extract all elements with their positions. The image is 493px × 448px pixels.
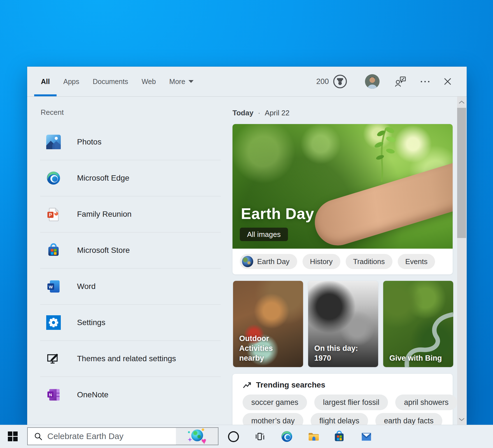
card-title: Outdoor Activities nearby <box>239 334 299 363</box>
today-separator: · <box>258 109 261 117</box>
mail-button[interactable] <box>360 430 373 443</box>
recent-item-onenote[interactable]: N OneNote <box>40 377 221 413</box>
taskbar: Celebrate Earth Day ♥ <box>0 425 493 448</box>
trending-chip-label: flight delays <box>319 417 359 425</box>
scrollbar[interactable] <box>457 97 466 425</box>
recent-item-label: Settings <box>77 318 105 327</box>
tab-apps[interactable]: Apps <box>57 67 86 96</box>
all-images-button[interactable]: All images <box>240 228 288 241</box>
user-avatar[interactable] <box>365 74 380 89</box>
earth-globe-icon <box>242 256 253 267</box>
more-options-button[interactable] <box>419 75 431 88</box>
store-icon <box>46 242 61 258</box>
file-explorer-button[interactable] <box>307 430 320 443</box>
trending-chip-april-showers[interactable]: april showers <box>395 395 457 410</box>
chip-earth-day[interactable]: Earth Day <box>240 254 297 269</box>
close-button[interactable] <box>443 75 452 88</box>
sparkle-icon <box>188 437 192 442</box>
card-title: Give with Bing <box>389 353 449 363</box>
trending-up-icon <box>243 381 252 389</box>
recent-item-label: Word <box>77 282 96 291</box>
mail-icon <box>360 430 373 443</box>
trending-title: Trending searches <box>256 381 325 389</box>
recent-item-label: OneNote <box>77 390 108 399</box>
tab-all[interactable]: All <box>34 67 57 96</box>
tab-more[interactable]: More <box>162 67 200 96</box>
earth-day-card: Earth Day All images Earth Day History T… <box>232 124 453 274</box>
trending-searches-card: Trending searches soccer games largest f… <box>232 374 453 425</box>
recent-item-microsoft-store[interactable]: Microsoft Store <box>40 232 221 269</box>
earth-day-hero-image[interactable]: Earth Day All images <box>232 124 453 249</box>
task-view-button[interactable] <box>253 430 266 443</box>
recent-item-label: Microsoft Store <box>77 246 130 255</box>
svg-text:P: P <box>49 212 52 217</box>
chip-history[interactable]: History <box>303 254 340 269</box>
themes-icon <box>46 351 61 367</box>
taskbar-store-button[interactable] <box>332 430 346 443</box>
taskbar-edge-button[interactable] <box>280 430 294 443</box>
trending-chip-flight-delays[interactable]: flight delays <box>311 413 368 425</box>
search-highlight-panel[interactable]: ♥ <box>176 428 218 445</box>
content-cards: Outdoor Activities nearby On this day: 1… <box>232 281 454 367</box>
chip-events[interactable]: Events <box>398 254 435 269</box>
recent-item-label: Themes and related settings <box>77 354 176 363</box>
edge-icon <box>280 430 293 443</box>
hero-title: Earth Day <box>241 205 314 223</box>
recent-item-settings[interactable]: Settings <box>40 305 221 341</box>
tab-documents-label: Documents <box>93 78 128 86</box>
svg-text:W: W <box>49 284 53 289</box>
tab-documents[interactable]: Documents <box>86 67 135 96</box>
taskbar-search-box[interactable]: Celebrate Earth Day ♥ <box>27 427 218 445</box>
recent-item-themes[interactable]: Themes and related settings <box>40 341 221 377</box>
trending-chip-label: mother’s day <box>251 417 295 425</box>
header-actions: 200 <box>316 67 452 96</box>
tab-web[interactable]: Web <box>135 67 162 96</box>
tab-apps-label: Apps <box>63 78 79 86</box>
search-header: All Apps Documents Web More <box>27 67 467 97</box>
recent-item-family-reunion[interactable]: P Family Reunion <box>40 196 221 232</box>
chip-label: Events <box>405 257 428 266</box>
recent-item-photos[interactable]: Photos <box>40 124 221 160</box>
card-outdoor-activities[interactable]: Outdoor Activities nearby <box>233 281 303 367</box>
recent-item-edge[interactable]: Microsoft Edge <box>40 160 221 196</box>
trending-row-2: mother’s day flight delays earth day fac… <box>243 413 442 425</box>
desktop: All Apps Documents Web More <box>0 0 493 448</box>
cortana-icon <box>228 431 239 442</box>
hero-sprout-art <box>358 125 406 183</box>
scrollbar-down-button[interactable] <box>457 414 466 425</box>
search-input-text: Celebrate Earth Day <box>47 431 124 441</box>
trending-chip-soccer-games[interactable]: soccer games <box>243 395 307 410</box>
card-on-this-day[interactable]: On this day: 1970 <box>308 281 378 367</box>
trending-chip-earth-day-facts[interactable]: earth day facts <box>375 413 442 425</box>
search-tabs: All Apps Documents Web More <box>34 67 200 96</box>
earth-day-emoji-icon: ♥ <box>188 428 206 444</box>
start-button[interactable] <box>8 431 18 442</box>
chevron-down-icon <box>459 418 465 421</box>
settings-gear-icon <box>46 315 61 330</box>
hero-chip-row: Earth Day History Traditions Events <box>232 249 453 274</box>
chevron-up-icon <box>459 101 465 104</box>
trending-chip-label: soccer games <box>251 398 298 407</box>
feedback-button[interactable] <box>394 75 407 88</box>
recent-item-word[interactable]: W Word <box>40 269 221 305</box>
recent-item-label: Family Reunion <box>77 210 132 219</box>
card-give-with-bing[interactable]: Give with Bing <box>383 281 453 367</box>
trending-chip-label: april showers <box>404 398 448 407</box>
powerpoint-document-icon: P <box>46 206 61 222</box>
cortana-button[interactable] <box>227 430 240 443</box>
chip-traditions[interactable]: Traditions <box>346 254 392 269</box>
chip-label: History <box>310 257 333 266</box>
today-label: Today <box>232 109 254 117</box>
edge-icon <box>46 170 61 186</box>
rewards-button[interactable]: 200 <box>316 74 347 89</box>
search-icon <box>34 432 42 440</box>
scrollbar-thumb[interactable] <box>457 108 466 238</box>
trending-chip-largest-flier-fossil[interactable]: largest flier fossil <box>314 395 388 410</box>
file-explorer-icon <box>307 430 320 443</box>
card-title: On this day: 1970 <box>314 344 374 363</box>
recent-section-title: Recent <box>41 108 64 117</box>
trending-chip-mothers-day[interactable]: mother’s day <box>243 413 303 425</box>
photos-icon <box>46 134 61 150</box>
store-icon <box>333 430 345 443</box>
scrollbar-up-button[interactable] <box>457 97 466 108</box>
